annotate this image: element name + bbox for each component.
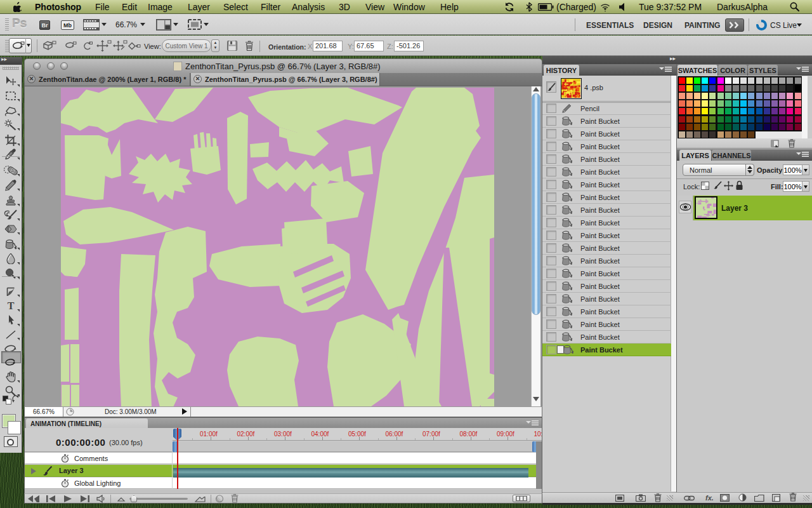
svg-text:T: T: [8, 301, 15, 311]
